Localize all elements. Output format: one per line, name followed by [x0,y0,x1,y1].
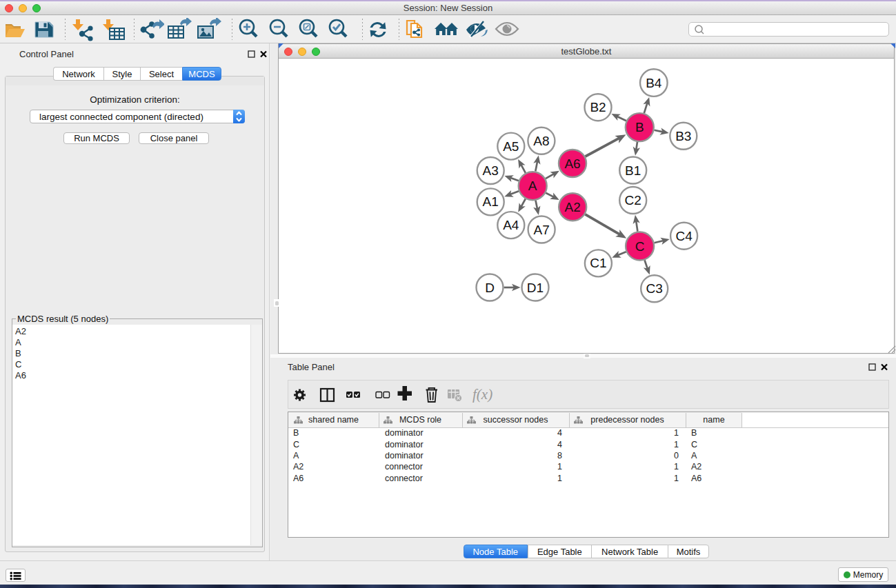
svg-text:A7: A7 [533,223,549,237]
svg-text:A2: A2 [565,200,581,214]
svg-text:D1: D1 [527,281,544,295]
svg-text:D: D [485,281,495,295]
svg-text:A8: A8 [533,134,549,148]
svg-text:A3: A3 [483,163,499,178]
svg-text:B3: B3 [675,129,691,143]
svg-text:A1: A1 [483,194,499,209]
svg-text:B1: B1 [625,163,641,178]
svg-text:A6: A6 [564,156,580,171]
svg-text:B: B [635,120,644,134]
svg-text:A4: A4 [503,218,519,232]
svg-text:A: A [528,179,537,193]
svg-text:B2: B2 [590,100,606,114]
svg-text:B4: B4 [646,76,662,90]
svg-text:C2: C2 [625,193,641,207]
svg-text:C4: C4 [675,229,693,243]
svg-text:C3: C3 [646,281,663,296]
svg-text:A5: A5 [503,139,519,154]
svg-text:C1: C1 [590,256,606,270]
svg-text:C: C [635,239,645,254]
